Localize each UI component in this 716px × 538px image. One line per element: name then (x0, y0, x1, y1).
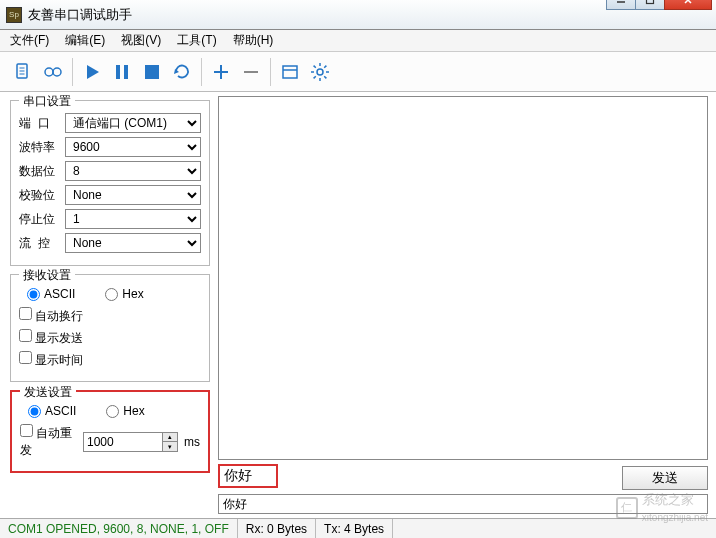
window-title: 友善串口调试助手 (28, 6, 607, 24)
baud-select[interactable]: 9600 (65, 137, 201, 157)
showtime-checkbox[interactable]: 显示时间 (19, 351, 83, 369)
serial-legend: 串口设置 (19, 93, 75, 110)
record-icon[interactable] (38, 57, 68, 87)
stop-icon[interactable] (137, 57, 167, 87)
svg-line-28 (324, 65, 326, 67)
app-icon: Sp (6, 7, 22, 23)
title-bar: Sp 友善串口调试助手 (0, 0, 716, 30)
settings-gear-icon[interactable] (305, 57, 335, 87)
menu-tools[interactable]: 工具(T) (173, 30, 220, 51)
svg-rect-1 (647, 0, 654, 4)
toolbar (0, 52, 716, 92)
menu-edit[interactable]: 编辑(E) (61, 30, 109, 51)
send-echo-input[interactable] (218, 494, 708, 514)
send-legend: 发送设置 (20, 384, 76, 401)
stopbits-label: 停止位 (19, 211, 59, 228)
recv-legend: 接收设置 (19, 267, 75, 284)
interval-input[interactable] (83, 432, 163, 452)
stopbits-select[interactable]: 1 (65, 209, 201, 229)
close-button[interactable] (664, 0, 712, 10)
databits-label: 数据位 (19, 163, 59, 180)
svg-point-9 (53, 68, 61, 76)
send-settings-group: 发送设置 ASCII Hex 自动重发 ▴▾ ms (10, 390, 210, 473)
send-text-input[interactable] (218, 464, 278, 488)
svg-line-27 (314, 76, 316, 78)
window-icon[interactable] (275, 57, 305, 87)
receive-textarea[interactable] (218, 96, 708, 460)
recv-hex-radio[interactable]: Hex (105, 287, 143, 301)
svg-marker-10 (87, 65, 99, 79)
send-ascii-radio[interactable]: ASCII (28, 404, 76, 418)
showsend-checkbox[interactable]: 显示发送 (19, 329, 83, 347)
maximize-button[interactable] (635, 0, 665, 10)
svg-point-8 (45, 68, 53, 76)
parity-label: 校验位 (19, 187, 59, 204)
minimize-button[interactable] (606, 0, 636, 10)
menu-view[interactable]: 视图(V) (117, 30, 165, 51)
status-rx: Rx: 0 Bytes (238, 519, 316, 538)
port-label: 端 口 (19, 115, 59, 132)
flow-label: 流 控 (19, 235, 59, 252)
status-connection: COM1 OPENED, 9600, 8, NONE, 1, OFF (0, 519, 238, 538)
plus-icon[interactable] (206, 57, 236, 87)
svg-line-26 (324, 76, 326, 78)
interval-spinner[interactable]: ▴▾ (163, 432, 178, 452)
svg-rect-18 (283, 66, 297, 78)
flow-select[interactable]: None (65, 233, 201, 253)
menu-help[interactable]: 帮助(H) (229, 30, 278, 51)
serial-settings-group: 串口设置 端 口 通信端口 (COM1) 波特率 9600 数据位 8 校验位 … (10, 100, 210, 266)
autowrap-checkbox[interactable]: 自动换行 (19, 307, 83, 325)
minus-icon[interactable] (236, 57, 266, 87)
svg-rect-11 (116, 65, 120, 79)
svg-rect-12 (124, 65, 128, 79)
new-file-icon[interactable] (8, 57, 38, 87)
svg-point-20 (317, 69, 323, 75)
play-icon[interactable] (77, 57, 107, 87)
send-hex-radio[interactable]: Hex (106, 404, 144, 418)
autorepeat-checkbox[interactable]: 自动重发 (20, 424, 77, 459)
menu-bar: 文件(F) 编辑(E) 视图(V) 工具(T) 帮助(H) (0, 30, 716, 52)
svg-line-25 (314, 65, 316, 67)
databits-select[interactable]: 8 (65, 161, 201, 181)
pause-icon[interactable] (107, 57, 137, 87)
interval-unit: ms (184, 435, 200, 449)
svg-rect-13 (145, 65, 159, 79)
menu-file[interactable]: 文件(F) (6, 30, 53, 51)
baud-label: 波特率 (19, 139, 59, 156)
status-bar: COM1 OPENED, 9600, 8, NONE, 1, OFF Rx: 0… (0, 518, 716, 538)
port-select[interactable]: 通信端口 (COM1) (65, 113, 201, 133)
status-tx: Tx: 4 Bytes (316, 519, 393, 538)
receive-settings-group: 接收设置 ASCII Hex 自动换行 显示发送 显示时间 (10, 274, 210, 382)
send-button[interactable]: 发送 (622, 466, 708, 490)
recv-ascii-radio[interactable]: ASCII (27, 287, 75, 301)
parity-select[interactable]: None (65, 185, 201, 205)
refresh-icon[interactable] (167, 57, 197, 87)
